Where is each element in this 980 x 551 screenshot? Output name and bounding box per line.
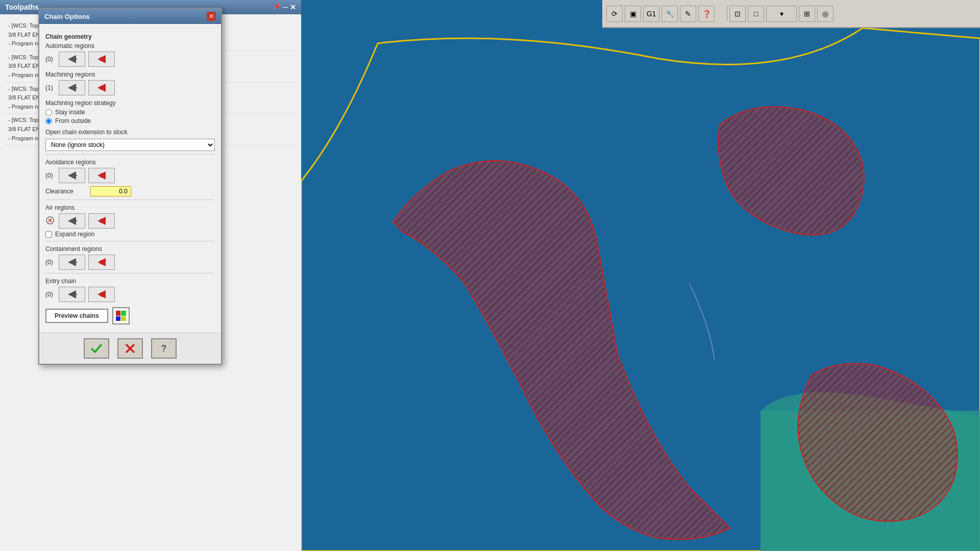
expand-region-label[interactable]: Expand region	[55, 231, 94, 238]
toolbar-btn-frame[interactable]: ⊞	[799, 6, 815, 22]
machining-regions-remove-btn[interactable]	[88, 80, 115, 95]
close-icon[interactable]: ✕	[290, 3, 296, 11]
help-label: ?	[161, 343, 167, 354]
entry-chain-count: (0)	[45, 291, 56, 298]
cad-drawing	[301, 28, 980, 551]
from-outside-row: From outside	[45, 117, 215, 124]
remove-icon-5	[95, 257, 108, 267]
cad-toolbar: ⟳ ▣ G1 🔧 ✎ ❓ ⊡ □ ▾ ⊞ ◎ 🖱 AutoCursor ⚙ ⊕ …	[602, 0, 980, 28]
remove-icon	[95, 54, 108, 64]
automatic-regions-row: (0)	[45, 52, 215, 67]
containment-regions-select-btn[interactable]	[59, 255, 85, 270]
preview-chains-button[interactable]: Preview chains	[45, 309, 108, 323]
stay-inside-label[interactable]: Stay inside	[55, 109, 85, 116]
x-icon	[123, 341, 137, 356]
toolbar-btn-3[interactable]: G1	[643, 6, 659, 22]
open-chain-dropdown-row: None (ignore stock)	[45, 139, 215, 151]
entry-chain-select-btn[interactable]	[59, 287, 85, 302]
containment-regions-count: (0)	[45, 259, 56, 266]
remove-icon-6	[95, 289, 108, 299]
avoidance-regions-count: (0)	[45, 172, 56, 179]
automatic-regions-select-btn[interactable]	[59, 52, 85, 67]
toolpaths-title: Toolpaths	[5, 3, 39, 11]
containment-regions-label: Containment regions	[45, 245, 215, 253]
preview-row: Preview chains	[45, 307, 215, 324]
toolbar-btn-5[interactable]: ✎	[680, 6, 696, 22]
expand-region-row: Expand region	[45, 231, 215, 238]
checkmark-icon	[89, 341, 104, 356]
divider-2	[45, 199, 215, 200]
toolbar-btn-globe[interactable]: ◎	[817, 6, 834, 22]
entry-chain-row: (0)	[45, 287, 215, 302]
stay-inside-row: Stay inside	[45, 109, 215, 116]
avoidance-regions-select-btn[interactable]	[59, 168, 85, 183]
toolbar-btn-2[interactable]: ▣	[625, 6, 641, 22]
color-grid-icon	[116, 311, 126, 321]
pin-icon[interactable]: 📌	[273, 3, 281, 11]
air-regions-remove-btn[interactable]	[88, 213, 115, 229]
air-regions-row	[45, 213, 215, 229]
air-regions-select-btn[interactable]	[59, 213, 85, 229]
toolbar-btn-dropdown[interactable]: ▾	[766, 6, 797, 22]
select-arrow-icon-3	[66, 170, 78, 181]
entry-chain-label: Entry chain	[45, 278, 215, 285]
toolbar-btn-1[interactable]: ⟳	[606, 6, 623, 22]
air-regions-count	[45, 216, 56, 226]
strategy-radio-group: Stay inside From outside	[45, 109, 215, 124]
machining-region-strategy-label: Machining region strategy	[45, 99, 215, 107]
toolbar-btn-select[interactable]: ⊡	[729, 6, 746, 22]
minimize-icon[interactable]: ─	[283, 3, 288, 11]
machining-regions-row: (1)	[45, 80, 215, 95]
air-region-icon	[45, 216, 55, 225]
remove-icon-4	[95, 216, 108, 226]
toolbar-btn-rect[interactable]: □	[748, 6, 764, 22]
avoidance-regions-row: (0)	[45, 168, 215, 183]
color-blue	[116, 316, 121, 321]
open-chain-label: Open chain extension to stock	[45, 129, 215, 136]
toolbar-btn-6[interactable]: ❓	[698, 6, 715, 22]
select-arrow-icon-2	[66, 83, 78, 93]
dialog-close-button[interactable]: ✕	[207, 12, 216, 21]
color-grid-button[interactable]	[112, 307, 130, 324]
divider-3	[45, 241, 215, 241]
select-arrow-icon-5	[66, 257, 78, 267]
help-button[interactable]: ?	[151, 338, 177, 359]
entry-chain-remove-btn[interactable]	[88, 287, 115, 302]
chain-options-dialog: Chain Options ✕ Chain geometry Automatic…	[38, 8, 222, 365]
containment-regions-row: (0)	[45, 255, 215, 270]
color-red	[116, 311, 121, 316]
stay-inside-radio[interactable]	[45, 109, 52, 116]
dialog-titlebar: Chain Options ✕	[39, 9, 221, 24]
dialog-title: Chain Options	[44, 13, 90, 20]
containment-regions-remove-btn[interactable]	[88, 255, 115, 270]
from-outside-radio[interactable]	[45, 118, 52, 124]
machining-regions-select-btn[interactable]	[59, 80, 85, 95]
machining-regions-label: Machining regions	[45, 71, 215, 78]
automatic-regions-remove-btn[interactable]	[88, 52, 115, 67]
from-outside-label[interactable]: From outside	[55, 117, 91, 124]
clearance-input[interactable]	[90, 186, 131, 196]
air-regions-label: Air regions	[45, 204, 215, 211]
ok-button[interactable]	[84, 338, 109, 359]
dialog-footer: ?	[39, 333, 221, 364]
clearance-row: Clearance	[45, 186, 215, 196]
toolbar-btn-4[interactable]: 🔧	[662, 6, 678, 22]
remove-icon-2	[95, 83, 108, 93]
select-arrow-icon	[66, 54, 78, 64]
cancel-button[interactable]	[117, 338, 143, 359]
chain-geometry-label: Chain geometry	[45, 33, 215, 40]
open-chain-select[interactable]: None (ignore stock)	[45, 139, 215, 151]
automatic-regions-count: (0)	[45, 56, 56, 63]
dialog-body: Chain geometry Automatic regions (0) Mac…	[39, 24, 221, 333]
avoidance-regions-remove-btn[interactable]	[88, 168, 115, 183]
clearance-label: Clearance	[45, 188, 86, 195]
color-yellow	[121, 316, 126, 321]
machining-regions-count: (1)	[45, 84, 56, 91]
color-green	[121, 311, 126, 316]
divider-4	[45, 273, 215, 273]
expand-region-checkbox[interactable]	[45, 231, 52, 238]
remove-icon-3	[95, 170, 108, 181]
select-arrow-icon-4	[66, 216, 78, 226]
cad-viewport: ⟳ ▣ G1 🔧 ✎ ❓ ⊡ □ ▾ ⊞ ◎ 🖱 AutoCursor ⚙ ⊕ …	[301, 0, 980, 551]
automatic-regions-label: Automatic regions	[45, 42, 215, 49]
